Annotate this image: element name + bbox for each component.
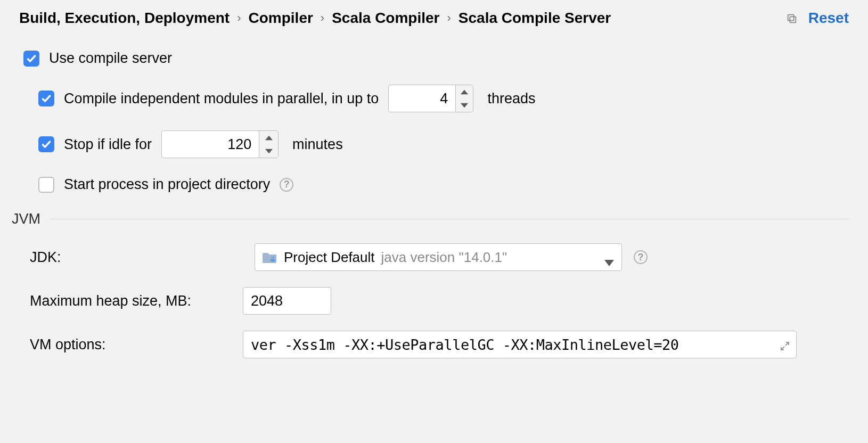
jdk-dropdown[interactable]: Project Default java version "14.0.1": [255, 243, 622, 271]
svg-marker-5: [265, 149, 273, 153]
use-compile-server-checkbox[interactable]: [23, 51, 39, 67]
section-divider-line: [50, 219, 849, 219]
svg-point-6: [270, 259, 275, 261]
chevron-right-icon: ›: [447, 11, 451, 25]
help-icon[interactable]: ?: [280, 178, 293, 192]
chevron-right-icon: ›: [321, 11, 324, 25]
svg-marker-4: [265, 135, 273, 140]
chevron-down-icon: [604, 254, 614, 260]
jdk-selected-main: Project Default: [284, 249, 375, 266]
stop-idle-spinner[interactable]: [161, 130, 279, 158]
parallel-threads-spinner[interactable]: [388, 85, 473, 112]
svg-marker-2: [461, 89, 468, 94]
start-project-dir-label: Start process in project directory: [64, 176, 270, 193]
chevron-right-icon: ›: [237, 11, 241, 25]
use-compile-server-label: Use compile server: [49, 50, 172, 67]
jdk-label: JDK:: [30, 249, 243, 266]
breadcrumb-item[interactable]: Compiler: [249, 10, 313, 27]
parallel-threads-input[interactable]: [389, 85, 455, 112]
spinner-down-icon[interactable]: [259, 144, 278, 158]
stop-idle-checkbox[interactable]: [38, 136, 54, 152]
jdk-selected-sub: java version "14.0.1": [381, 249, 507, 266]
svg-marker-7: [604, 260, 614, 266]
svg-rect-1: [788, 15, 793, 21]
expand-icon[interactable]: [780, 339, 790, 350]
breadcrumb-item[interactable]: Scala Compiler: [332, 10, 439, 27]
spinner-down-icon[interactable]: [456, 99, 473, 112]
vm-options-label: VM options:: [30, 337, 243, 353]
max-heap-label: Maximum heap size, MB:: [30, 293, 243, 309]
svg-marker-3: [461, 103, 468, 107]
vm-options-input[interactable]: [243, 331, 797, 358]
jvm-section-title: JVM: [12, 211, 40, 227]
reset-button[interactable]: Reset: [808, 10, 849, 27]
parallel-modules-label-prefix: Compile independent modules in parallel,…: [64, 91, 379, 107]
folder-icon: [263, 251, 277, 264]
parallel-modules-label-suffix: threads: [487, 91, 535, 107]
breadcrumb-item[interactable]: Scala Compile Server: [458, 10, 611, 27]
help-icon[interactable]: ?: [634, 250, 648, 264]
parallel-modules-checkbox[interactable]: [38, 91, 54, 106]
breadcrumb-item[interactable]: Build, Execution, Deployment: [19, 10, 230, 27]
svg-rect-0: [790, 17, 796, 22]
stop-idle-input[interactable]: [162, 131, 259, 158]
stop-idle-label-prefix: Stop if idle for: [64, 136, 152, 153]
spinner-up-icon[interactable]: [456, 85, 473, 99]
stop-idle-label-suffix: minutes: [292, 136, 343, 153]
copy-icon[interactable]: [786, 12, 798, 24]
breadcrumb: Build, Execution, Deployment › Compiler …: [19, 10, 611, 27]
max-heap-input[interactable]: [243, 287, 331, 315]
spinner-up-icon[interactable]: [259, 131, 278, 144]
start-project-dir-checkbox[interactable]: [38, 177, 54, 193]
